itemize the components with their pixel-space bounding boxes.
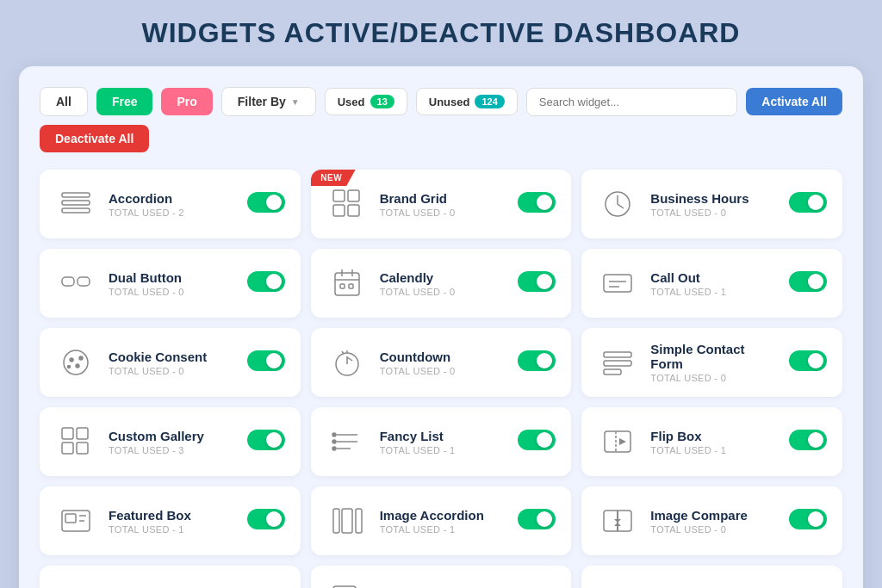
- toggle-cookie-consent[interactable]: [247, 350, 285, 371]
- toggle-dual-button[interactable]: [247, 271, 285, 292]
- widget-name-simple-contact-form: Simple Contact Form: [650, 342, 777, 371]
- toggle-featured-box[interactable]: [247, 509, 285, 529]
- widget-card-simple-contact-form: Simple Contact Form TOTAL USED - 0: [581, 328, 842, 397]
- svg-point-21: [76, 364, 79, 368]
- widget-icon-image-magnifier: [326, 579, 368, 588]
- svg-rect-32: [62, 443, 73, 454]
- widget-icon-cookie-consent: [55, 342, 96, 383]
- widget-info-countdown: Countdown TOTAL USED - 0: [380, 350, 506, 376]
- widget-info-call-out: Call Out TOTAL USED - 1: [650, 270, 777, 297]
- toggle-custom-gallery[interactable]: [247, 430, 285, 450]
- widget-card-business-hours: Business Hours TOTAL USED - 0: [581, 170, 842, 238]
- toggle-call-out[interactable]: [789, 271, 827, 292]
- toggle-wrap-dual-button[interactable]: [247, 271, 285, 295]
- activate-all-button[interactable]: Activate All: [746, 88, 842, 115]
- svg-marker-51: [614, 519, 621, 523]
- svg-rect-31: [77, 428, 88, 439]
- toggle-wrap-featured-box[interactable]: [247, 509, 285, 533]
- widget-icon-image-accordion: [326, 500, 368, 542]
- widget-info-fancy-list: Fancy List TOTAL USED - 1: [380, 429, 506, 455]
- svg-marker-41: [619, 438, 626, 445]
- toggle-wrap-business-hours[interactable]: [789, 192, 827, 216]
- svg-rect-9: [78, 277, 90, 286]
- toggle-wrap-fancy-list[interactable]: [518, 430, 556, 454]
- widget-card-cookie-consent: Cookie Consent TOTAL USED - 0: [40, 328, 301, 397]
- toggle-accordion[interactable]: [247, 192, 285, 213]
- toggle-countdown[interactable]: [518, 350, 556, 371]
- widget-card-flip-box: Flip Box TOTAL USED - 1: [581, 407, 842, 476]
- toggle-wrap-image-accordion[interactable]: [518, 509, 556, 533]
- widget-info-cookie-consent: Cookie Consent TOTAL USED - 0: [109, 350, 235, 376]
- widget-icon-brand-grid: [326, 183, 368, 225]
- svg-rect-5: [333, 205, 345, 216]
- widget-card-featured-box: Featured Box TOTAL USED - 1: [40, 486, 301, 555]
- svg-point-23: [68, 366, 71, 368]
- toggle-flip-box[interactable]: [789, 430, 827, 450]
- search-input[interactable]: [526, 88, 737, 116]
- widget-usage-fancy-list: TOTAL USED - 1: [380, 445, 506, 455]
- widget-name-dual-button: Dual Button: [109, 270, 235, 285]
- widget-card-calendly: Calendly TOTAL USED - 0: [311, 249, 572, 318]
- widget-info-brand-grid: Brand Grid TOTAL USED - 0: [380, 191, 506, 218]
- toggle-brand-grid[interactable]: [518, 192, 556, 213]
- widget-usage-brand-grid: TOTAL USED - 0: [380, 207, 506, 218]
- filter-button[interactable]: Filter By ▼: [221, 87, 316, 116]
- svg-point-37: [332, 433, 336, 436]
- free-button[interactable]: Free: [96, 88, 153, 115]
- widget-usage-flip-box: TOTAL USED - 1: [650, 445, 777, 455]
- widget-card-image-stack: Image Stack TOTAL USED - 0: [40, 566, 301, 588]
- widget-icon-simple-contact-form: [597, 342, 638, 383]
- widget-info-flip-box: Flip Box TOTAL USED - 1: [650, 429, 777, 455]
- svg-rect-28: [604, 361, 631, 366]
- toggle-image-compare[interactable]: [789, 509, 827, 529]
- unused-filter[interactable]: Unused 124: [416, 88, 518, 115]
- widget-name-business-hours: Business Hours: [650, 191, 777, 206]
- svg-rect-3: [333, 190, 345, 201]
- toggle-image-accordion[interactable]: [518, 509, 556, 529]
- page-title: WIDGETS ACTIVE/DEACTIVE DASHBOARD: [19, 17, 863, 49]
- widget-usage-simple-contact-form: TOTAL USED - 0: [650, 373, 777, 383]
- toggle-wrap-cookie-consent[interactable]: [247, 350, 285, 374]
- svg-rect-27: [604, 352, 631, 357]
- widget-usage-image-compare: TOTAL USED - 0: [650, 524, 777, 535]
- toolbar: All Free Pro Filter By ▼ Used 13 Unused …: [40, 87, 842, 152]
- all-button[interactable]: All: [40, 87, 88, 116]
- widget-info-calendly: Calendly TOTAL USED - 0: [380, 270, 506, 297]
- toggle-slider-custom-gallery: [247, 430, 285, 450]
- widget-usage-countdown: TOTAL USED - 0: [380, 366, 506, 376]
- widget-name-cookie-consent: Cookie Consent: [109, 350, 235, 364]
- widget-usage-business-hours: TOTAL USED - 0: [650, 207, 777, 218]
- svg-point-38: [332, 440, 336, 443]
- toggle-fancy-list[interactable]: [518, 430, 556, 450]
- toggle-wrap-calendly[interactable]: [518, 271, 556, 295]
- svg-point-19: [64, 350, 88, 374]
- dashboard-card: All Free Pro Filter By ▼ Used 13 Unused …: [19, 66, 863, 588]
- widget-info-image-compare: Image Compare TOTAL USED - 0: [650, 508, 777, 535]
- toggle-wrap-brand-grid[interactable]: [518, 192, 556, 216]
- widget-icon-call-out: [597, 263, 638, 304]
- toggle-wrap-image-compare[interactable]: [789, 509, 827, 533]
- pro-button[interactable]: Pro: [161, 88, 212, 115]
- widget-icon-image-stack: [55, 579, 96, 588]
- svg-point-39: [332, 447, 336, 450]
- svg-rect-46: [333, 509, 339, 533]
- toggle-business-hours[interactable]: [789, 192, 827, 213]
- widget-card-custom-gallery: Custom Gallery TOTAL USED - 3: [40, 407, 301, 476]
- deactivate-all-button[interactable]: Deactivate All: [40, 125, 149, 152]
- toggle-wrap-call-out[interactable]: [789, 271, 827, 295]
- toggle-wrap-custom-gallery[interactable]: [247, 430, 285, 454]
- toggle-wrap-countdown[interactable]: [518, 350, 556, 374]
- toggle-wrap-accordion[interactable]: [247, 192, 285, 216]
- toggle-simple-contact-form[interactable]: [789, 350, 827, 371]
- toggle-slider-call-out: [789, 271, 827, 292]
- unused-count: 124: [475, 95, 504, 108]
- widget-icon-dual-button: [55, 263, 96, 304]
- toggle-wrap-simple-contact-form[interactable]: [789, 350, 827, 374]
- toggle-slider-cookie-consent: [247, 350, 285, 371]
- toggle-calendly[interactable]: [518, 271, 556, 292]
- used-filter[interactable]: Used 13: [325, 88, 407, 115]
- widget-name-calendly: Calendly: [380, 270, 506, 285]
- toggle-wrap-flip-box[interactable]: [789, 430, 827, 454]
- svg-rect-4: [348, 190, 359, 201]
- widget-info-custom-gallery: Custom Gallery TOTAL USED - 3: [109, 429, 235, 455]
